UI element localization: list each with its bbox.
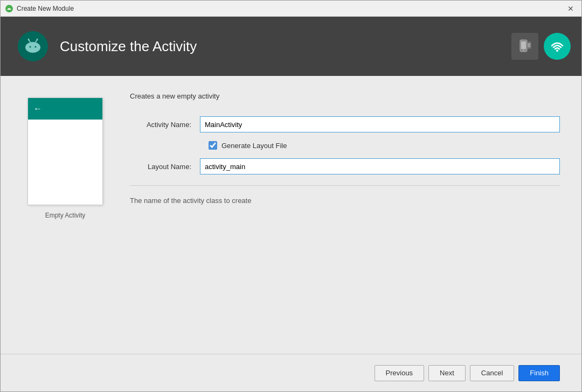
hint-text: The name of the activity class to create — [130, 197, 560, 205]
main-content: ← Empty Activity Creates a new empty act… — [1, 76, 581, 354]
previous-button[interactable]: Previous — [375, 365, 425, 381]
title-bar: Create New Module ✕ — [1, 1, 581, 17]
header-title: Customize the Activity — [60, 38, 197, 55]
layout-name-row: Layout Name: — [130, 158, 560, 174]
svg-point-11 — [523, 50, 524, 51]
activity-name-label: Activity Name: — [130, 121, 200, 129]
layout-name-label: Layout Name: — [130, 163, 200, 171]
wifi-icon — [544, 33, 571, 60]
phone-icon — [511, 33, 538, 60]
form-panel: Creates a new empty activity Activity Na… — [130, 87, 560, 354]
generate-layout-label: Generate Layout File — [221, 142, 287, 150]
next-button[interactable]: Next — [428, 365, 466, 381]
activity-name-row: Activity Name: — [130, 116, 560, 132]
description-text: Creates a new empty activity — [130, 92, 560, 100]
close-button[interactable]: ✕ — [564, 2, 577, 15]
window: Create New Module ✕ Customize the Activi… — [0, 0, 582, 392]
content-body: ← Empty Activity Creates a new empty act… — [22, 87, 560, 354]
divider — [130, 185, 560, 186]
svg-point-3 — [30, 46, 31, 48]
svg-rect-13 — [528, 43, 530, 47]
phone-preview-body — [28, 120, 102, 205]
preview-label: Empty Activity — [45, 212, 86, 219]
generate-layout-checkbox[interactable] — [209, 141, 217, 150]
android-studio-logo — [17, 30, 49, 62]
window-title: Create New Module — [17, 5, 564, 12]
window-icon — [5, 4, 13, 13]
finish-button[interactable]: Finish — [518, 365, 560, 381]
svg-point-14 — [556, 50, 558, 52]
layout-name-input[interactable] — [200, 158, 560, 174]
back-arrow-icon: ← — [33, 104, 42, 114]
preview-panel: ← Empty Activity — [22, 87, 108, 354]
svg-rect-10 — [521, 41, 526, 49]
cancel-button[interactable]: Cancel — [470, 365, 514, 381]
generate-layout-row: Generate Layout File — [209, 141, 560, 150]
svg-point-8 — [37, 39, 38, 40]
svg-point-7 — [28, 39, 30, 40]
activity-name-input[interactable] — [200, 116, 560, 132]
svg-point-4 — [35, 46, 37, 48]
phone-preview-header: ← — [28, 98, 102, 120]
header-banner: Customize the Activity — [1, 17, 581, 76]
svg-point-2 — [25, 42, 40, 53]
footer: Previous Next Cancel Finish — [1, 354, 581, 391]
phone-preview: ← — [27, 97, 103, 205]
header-icons — [511, 33, 571, 60]
